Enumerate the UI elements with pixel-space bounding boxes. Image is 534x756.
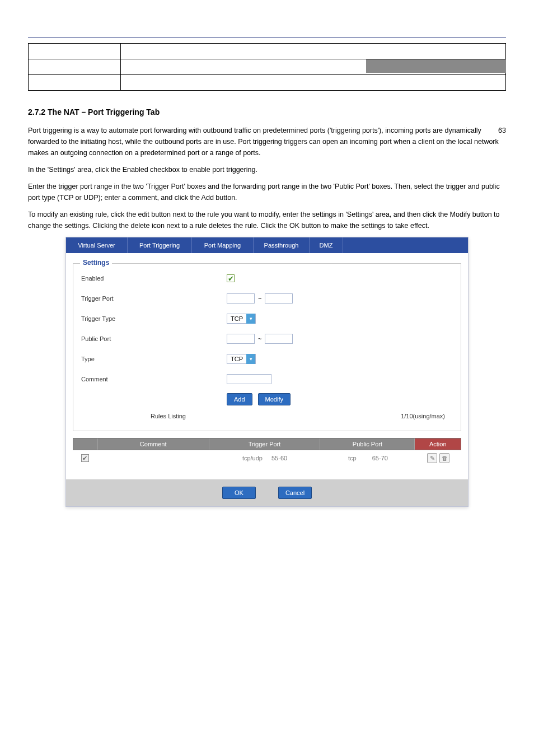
enabled-checkbox[interactable]: ✔ <box>227 274 235 282</box>
paragraph-1-text: Port triggering is a way to automate por… <box>28 127 499 157</box>
col-comment: Comment <box>98 438 209 450</box>
add-button[interactable]: Add <box>227 393 252 405</box>
param-label <box>29 75 121 91</box>
param-desc <box>121 75 506 91</box>
public-type-select[interactable]: TCP ▾ <box>227 354 256 364</box>
param-label <box>29 44 121 59</box>
enabled-label: Enabled <box>81 275 227 282</box>
chevron-down-icon: ▾ <box>246 354 255 364</box>
rules-table-header: Comment Trigger Port Public Port Action <box>73 438 461 450</box>
section-title: 2.7.2 The NAT – Port Triggering Tab <box>28 108 506 116</box>
paragraph-3: Enter the trigger port range in the two … <box>28 181 506 203</box>
trigger-type-label: Trigger Type <box>81 315 227 322</box>
paragraph-4: To modify an existing rule, click the ed… <box>28 209 506 231</box>
trigger-port-start-input[interactable] <box>227 293 255 304</box>
public-type-value: TCP <box>227 356 246 362</box>
rules-table-row: ✔ tcp/udp 55-60 tcp 65-70 ✎ 🗑 <box>73 450 461 466</box>
trigger-type-value: TCP <box>227 315 246 322</box>
bottom-button-bar: OK Cancel <box>66 479 468 506</box>
public-port-label: Public Port <box>81 335 227 342</box>
row-public-proto: tcp <box>348 455 357 461</box>
paragraph-2: In the 'Settings' area, click the Enable… <box>28 164 506 175</box>
public-port-start-input[interactable] <box>227 334 255 344</box>
row-trigger-range: 55-60 <box>271 455 287 461</box>
tab-virtual-server[interactable]: Virtual Server <box>66 237 128 253</box>
param-label <box>29 59 121 75</box>
rules-table: Comment Trigger Port Public Port Action … <box>73 438 461 466</box>
trigger-port-label: Trigger Port <box>81 295 227 302</box>
tab-dmz[interactable]: DMZ <box>310 237 343 253</box>
col-trigger-port: Trigger Port <box>209 438 321 450</box>
row-trigger-proto: tcp/udp <box>242 455 263 461</box>
paragraph-1: 63 Port triggering is a way to automate … <box>28 125 506 158</box>
tab-bar: Virtual Server Port Triggering Port Mapp… <box>66 237 468 253</box>
cancel-button[interactable]: Cancel <box>278 487 312 499</box>
row-enable-checkbox[interactable]: ✔ <box>81 454 89 462</box>
table-row <box>29 75 506 91</box>
header-banner <box>366 59 506 73</box>
page-number: 63 <box>498 125 506 136</box>
tilde-separator: ~ <box>258 335 261 342</box>
table-row <box>29 44 506 59</box>
tab-port-triggering[interactable]: Port Triggering <box>128 237 192 253</box>
comment-label: Comment <box>81 376 227 382</box>
rules-listing-label: Rules Listing <box>151 413 186 419</box>
col-public-port: Public Port <box>320 438 415 450</box>
screenshot-port-triggering: Virtual Server Port Triggering Port Mapp… <box>65 237 469 507</box>
col-check <box>73 438 98 450</box>
trigger-type-select[interactable]: TCP ▾ <box>227 314 256 324</box>
rules-count: 1/10(using/max) <box>401 413 445 419</box>
ok-button[interactable]: OK <box>222 487 256 499</box>
comment-input[interactable] <box>227 374 271 384</box>
header-rule <box>28 37 506 38</box>
tab-port-mapping[interactable]: Port Mapping <box>192 237 254 253</box>
public-port-end-input[interactable] <box>265 334 293 344</box>
type-label: Type <box>81 356 227 362</box>
delete-icon[interactable]: 🗑 <box>439 453 449 463</box>
settings-legend: Settings <box>80 259 112 267</box>
modify-button[interactable]: Modify <box>258 393 291 405</box>
col-action: Action <box>415 438 461 450</box>
row-public-range: 65-70 <box>372 455 388 461</box>
param-desc <box>121 44 506 59</box>
tab-passthrough[interactable]: Passthrough <box>254 237 310 253</box>
tab-bar-filler <box>343 237 468 253</box>
settings-fieldset: Settings Enabled ✔ Trigger Port ~ Trigge… <box>73 263 461 431</box>
tilde-separator: ~ <box>258 295 261 302</box>
chevron-down-icon: ▾ <box>246 314 255 324</box>
trigger-port-end-input[interactable] <box>265 293 293 304</box>
edit-icon[interactable]: ✎ <box>427 453 437 463</box>
